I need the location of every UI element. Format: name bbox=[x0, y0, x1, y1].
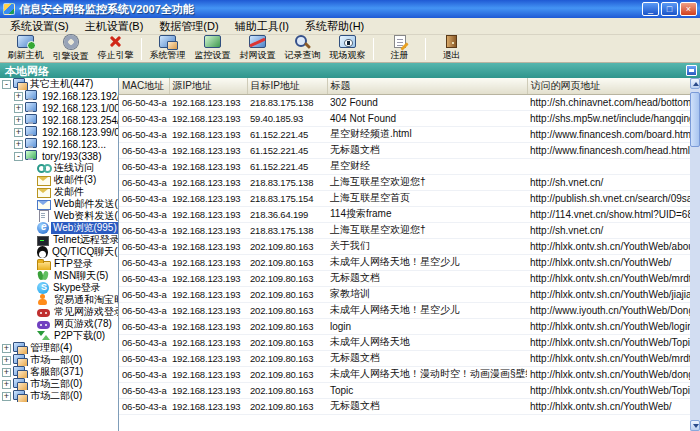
toolbar-button-system-manage[interactable]: 系统管理 bbox=[145, 35, 190, 62]
table-cell: 404 Not Found bbox=[327, 110, 527, 126]
expand-icon[interactable]: + bbox=[14, 116, 23, 125]
tree-item-15[interactable]: FTP登录 bbox=[0, 258, 118, 270]
tree-item-label: 市场二部(0) bbox=[28, 390, 84, 402]
tree-item-1[interactable]: +192.168.123.192/00-6 bbox=[0, 90, 118, 102]
table-row[interactable]: 06-50-43-a192.168.123.193202.109.80.163无… bbox=[119, 350, 690, 366]
close-button[interactable]: × bbox=[680, 2, 697, 16]
table-row[interactable]: 06-50-43-a192.168.123.193218.83.175.1383… bbox=[119, 94, 690, 110]
table-row[interactable]: 06-50-43-a192.168.123.193202.109.80.163未… bbox=[119, 366, 690, 382]
toolbar-button-stop-engine[interactable]: 停止引擎 bbox=[93, 35, 138, 62]
scroll-down-arrow-icon[interactable] bbox=[690, 420, 700, 431]
collapse-icon[interactable]: - bbox=[14, 152, 23, 161]
column-header-3[interactable]: 标题 bbox=[327, 78, 527, 94]
minimize-button[interactable]: _ bbox=[642, 2, 659, 16]
tree-item-19[interactable]: 常见网游戏登录 bbox=[0, 306, 118, 318]
tree-item-21[interactable]: P2P下载(0) bbox=[0, 330, 118, 342]
tree-item-5[interactable]: +192.168.123... bbox=[0, 138, 118, 150]
tree-item-10[interactable]: Web邮件发送(2) bbox=[0, 198, 118, 210]
computer-icon bbox=[25, 126, 38, 138]
toolbar-button-block-settings[interactable]: 封网设置 bbox=[235, 35, 280, 62]
tree-item-26[interactable]: +市场二部(0) bbox=[0, 390, 118, 402]
table-row[interactable]: 06-50-43-a192.168.123.19361.152.221.45无标… bbox=[119, 142, 690, 158]
table-row[interactable]: 06-50-43-a192.168.123.193202.109.80.163无… bbox=[119, 398, 690, 414]
table-row[interactable]: 06-50-43-a192.168.123.193202.109.80.163无… bbox=[119, 270, 690, 286]
table-row[interactable]: 06-50-43-a192.168.123.19361.152.221.45星空… bbox=[119, 126, 690, 142]
table-cell: 06-50-43-a bbox=[119, 142, 169, 158]
table-cell: 202.109.80.163 bbox=[247, 318, 327, 334]
tree-item-label: 其它主机(447) bbox=[28, 78, 95, 90]
table-scrollbar[interactable] bbox=[690, 78, 700, 431]
expand-icon[interactable]: + bbox=[14, 104, 23, 113]
tree-item-13[interactable]: Telnet远程登录(0) bbox=[0, 234, 118, 246]
tree-item-25[interactable]: +市场三部(0) bbox=[0, 378, 118, 390]
toolbar-button-exit[interactable]: 退出 bbox=[429, 35, 474, 62]
toolbar-button-record-query[interactable]: 记录查询 bbox=[280, 35, 325, 62]
expand-icon[interactable]: + bbox=[2, 380, 11, 389]
expand-icon[interactable]: + bbox=[14, 92, 23, 101]
table-row[interactable]: 06-50-43-a192.168.123.193202.109.80.163关… bbox=[119, 238, 690, 254]
table-cell: http://hlxk.ontv.sh.cn/YouthWeb/login.as bbox=[527, 318, 690, 334]
toolbar-button-refresh-hosts[interactable]: 刷新主机 bbox=[3, 35, 48, 62]
toolbar-button-label: 引擎设置 bbox=[53, 50, 89, 63]
tree-item-23[interactable]: +市场一部(0) bbox=[0, 354, 118, 366]
tree-item-9[interactable]: 发邮件 bbox=[0, 186, 118, 198]
tree-item-20[interactable]: 网页游戏(78) bbox=[0, 318, 118, 330]
column-header-1[interactable]: 源IP地址 bbox=[169, 78, 247, 94]
tree-item-3[interactable]: +192.168.123.254/00-1 bbox=[0, 114, 118, 126]
expand-icon[interactable]: + bbox=[2, 368, 11, 377]
tree-item-24[interactable]: +客服部(371) bbox=[0, 366, 118, 378]
computer-group-icon bbox=[13, 78, 26, 90]
expand-icon[interactable]: + bbox=[14, 140, 23, 149]
table-row[interactable]: 06-50-43-a192.168.123.193202.109.80.163未… bbox=[119, 254, 690, 270]
maximize-button[interactable]: □ bbox=[661, 2, 678, 16]
tree-item-7[interactable]: 连线访问 bbox=[0, 162, 118, 174]
menu-item-3[interactable]: 辅助工具(I) bbox=[227, 18, 297, 35]
table-row[interactable]: 06-50-43-a192.168.123.193202.109.80.163家… bbox=[119, 286, 690, 302]
table-row[interactable]: 06-50-43-a192.168.123.193202.109.80.163T… bbox=[119, 382, 690, 398]
tree-item-0[interactable]: -其它主机(447) bbox=[0, 78, 118, 90]
expand-icon[interactable]: + bbox=[14, 128, 23, 137]
table-cell: 202.109.80.163 bbox=[247, 366, 327, 382]
menu-item-2[interactable]: 数据管理(D) bbox=[151, 18, 226, 35]
tree-item-label: 管理部(4) bbox=[28, 342, 74, 354]
tree-item-14[interactable]: QQ/TICQ聊天(16) bbox=[0, 246, 118, 258]
panel-menu-button[interactable] bbox=[686, 65, 697, 76]
table-row[interactable]: 06-50-43-a192.168.123.19359.40.185.93404… bbox=[119, 110, 690, 126]
tree-item-16[interactable]: MSN聊天(5) bbox=[0, 270, 118, 282]
table-row[interactable]: 06-50-43-a192.168.123.193202.109.80.163未… bbox=[119, 334, 690, 350]
expand-icon[interactable]: + bbox=[2, 392, 11, 401]
table-row[interactable]: 06-50-43-a192.168.123.193202.109.80.163l… bbox=[119, 318, 690, 334]
scrollbar-thumb[interactable] bbox=[690, 92, 700, 147]
table-row[interactable]: 06-50-43-a192.168.123.193218.83.175.154上… bbox=[119, 190, 690, 206]
table-row[interactable]: 06-50-43-a192.168.123.193218.83.175.138上… bbox=[119, 174, 690, 190]
toolbar-button-engine-settings[interactable]: 引擎设置 bbox=[48, 35, 93, 62]
expand-icon[interactable]: + bbox=[2, 356, 11, 365]
tree-item-22[interactable]: +管理部(4) bbox=[0, 342, 118, 354]
column-header-4[interactable]: 访问的网页地址 bbox=[527, 78, 690, 94]
table-cell: 61.152.221.45 bbox=[247, 142, 327, 158]
table-row[interactable]: 06-50-43-a192.168.123.193218.83.175.138上… bbox=[119, 222, 690, 238]
menu-item-1[interactable]: 主机设置(B) bbox=[77, 18, 152, 35]
expand-icon[interactable]: + bbox=[2, 344, 11, 353]
toolbar-button-live-view[interactable]: 现场观察 bbox=[325, 35, 370, 62]
menu-item-4[interactable]: 系统帮助(H) bbox=[297, 18, 372, 35]
tree-item-12[interactable]: Web浏览(995) bbox=[0, 222, 118, 234]
toolbar-button-monitor-settings[interactable]: 监控设置 bbox=[190, 35, 235, 62]
tree-item-8[interactable]: 收邮件(3) bbox=[0, 174, 118, 186]
column-header-2[interactable]: 目标IP地址 bbox=[247, 78, 327, 94]
table-row[interactable]: 06-50-43-a192.168.123.19361.152.221.45星空… bbox=[119, 158, 690, 174]
tree-item-6[interactable]: -tory/193(338) bbox=[0, 150, 118, 162]
table-row[interactable]: 06-50-43-a192.168.123.193202.109.80.163未… bbox=[119, 302, 690, 318]
tree-item-11[interactable]: Web资料发送(24) bbox=[0, 210, 118, 222]
collapse-icon[interactable]: - bbox=[2, 80, 11, 89]
tree-item-4[interactable]: +192.168.123.99/00-06 bbox=[0, 126, 118, 138]
menu-item-0[interactable]: 系统设置(S) bbox=[2, 18, 77, 35]
tree-item-label: Web邮件发送(2) bbox=[52, 198, 118, 210]
column-header-0[interactable]: MAC地址 bbox=[119, 78, 169, 94]
toolbar-button-register[interactable]: 注册 bbox=[377, 35, 422, 62]
tree-item-18[interactable]: 贸易通和淘宝旺旺 bbox=[0, 294, 118, 306]
scroll-up-arrow-icon[interactable] bbox=[690, 78, 700, 89]
tree-item-17[interactable]: Skype登录 bbox=[0, 282, 118, 294]
tree-item-2[interactable]: +192.168.123.1/00-0E- bbox=[0, 102, 118, 114]
table-row[interactable]: 06-50-43-a192.168.123.193218.36.64.19911… bbox=[119, 206, 690, 222]
